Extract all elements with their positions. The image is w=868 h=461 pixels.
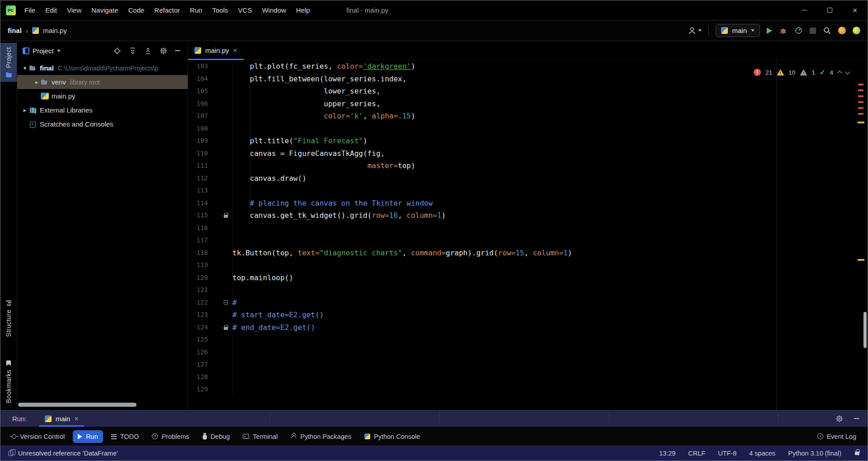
breadcrumb-file[interactable]: main.py	[43, 27, 67, 34]
line-number: 115	[188, 209, 208, 222]
project-panel-title[interactable]: Project	[33, 47, 54, 55]
warning-stripe-mark[interactable]	[858, 259, 864, 261]
chevron-right-icon[interactable]: ▸	[21, 107, 29, 113]
tree-item-main-py[interactable]: main.py	[17, 89, 188, 103]
menu-item-view[interactable]: View	[62, 0, 86, 20]
tree-item-external-libraries[interactable]: ▸External Libraries	[17, 103, 188, 117]
tree-item-final[interactable]: ▾finalC:\Users\dmadd\PycharmProjects\p	[17, 61, 188, 75]
toolwindow-python-console[interactable]: Python Console	[359, 430, 425, 443]
status-encoding[interactable]: UTF-8	[718, 450, 736, 457]
chevron-down-icon[interactable]	[57, 50, 61, 52]
tree-item-venv[interactable]: ▸venvlibrary root	[17, 75, 188, 89]
menu-item-help[interactable]: Help	[291, 0, 315, 20]
code-text: #	[232, 296, 237, 309]
passed-check-icon[interactable]	[820, 68, 826, 76]
gutter-cell	[208, 135, 232, 147]
menu-item-window[interactable]: Window	[257, 0, 291, 20]
error-stripe-mark[interactable]	[858, 101, 863, 103]
error-stripe-mark[interactable]	[858, 95, 863, 97]
settings-gear-icon[interactable]	[835, 415, 843, 423]
menu-item-refactor[interactable]: Refactor	[149, 0, 185, 20]
toolwindow-todo[interactable]: TODO	[106, 430, 144, 443]
error-stripe-mark[interactable]	[858, 89, 863, 91]
status-interpreter[interactable]: Python 3.10 (final)	[788, 450, 841, 457]
code-text: # start_date=E2.get()	[232, 309, 324, 321]
chevron-right-icon[interactable]: ▸	[33, 79, 41, 85]
warning-icon[interactable]	[777, 69, 784, 75]
stripe-structure-button[interactable]: Structure	[0, 296, 17, 341]
status-indent[interactable]: 4 spaces	[749, 450, 775, 457]
fold-icon[interactable]	[224, 300, 228, 305]
close-button[interactable]	[842, 0, 868, 20]
menu-item-run[interactable]: Run	[185, 0, 208, 20]
stripe-bookmarks-button[interactable]: Bookmarks	[0, 356, 17, 407]
splitter	[609, 413, 609, 424]
code-editor[interactable]: 103 plt.plot(fc_series, color='darkgreen…	[188, 60, 868, 410]
gutter-cell	[208, 73, 232, 85]
tree-item-scratches-and-consoles[interactable]: Scratches and Consoles	[17, 117, 188, 131]
previous-problem-icon[interactable]	[837, 71, 842, 75]
next-problem-icon[interactable]	[845, 69, 850, 74]
status-caret-position[interactable]: 13:29	[659, 450, 675, 457]
vertical-scrollbar[interactable]	[863, 312, 867, 348]
menu-item-code[interactable]: Code	[123, 0, 149, 20]
profiler-button[interactable]	[794, 26, 803, 35]
locate-file-button[interactable]	[113, 47, 121, 55]
run-button[interactable]	[767, 28, 772, 34]
gutter-cell	[208, 85, 232, 98]
line-number: 106	[188, 98, 208, 110]
library-icon	[29, 107, 37, 114]
error-icon[interactable]	[754, 69, 761, 76]
passed-count: 4	[830, 69, 833, 76]
stripe-project-button[interactable]: Project	[0, 43, 17, 82]
breadcrumb-project[interactable]: final	[8, 27, 22, 34]
debug-button[interactable]	[779, 26, 788, 35]
toolwindow-version-control[interactable]: Version Control	[7, 430, 70, 443]
lock-icon[interactable]	[224, 215, 228, 218]
hide-panel-button[interactable]	[175, 50, 180, 51]
project-tool-window: Project ▾finalC:\Users\dmadd\PycharmProj…	[17, 41, 188, 410]
close-tab-icon[interactable]	[74, 415, 78, 423]
toolwindow-run[interactable]: Run	[73, 430, 103, 443]
toolwindow-python-packages[interactable]: Python Packages	[286, 430, 356, 443]
toolwindow-terminal[interactable]: Terminal	[238, 430, 283, 443]
menu-item-navigate[interactable]: Navigate	[86, 0, 123, 20]
notification-orange-icon[interactable]	[838, 27, 846, 34]
menu-item-file[interactable]: File	[19, 0, 40, 20]
tool-window-bar-right: Event Log	[812, 430, 861, 443]
collapse-all-button[interactable]	[144, 47, 152, 55]
run-tab-main[interactable]: main	[39, 410, 84, 427]
maximize-button[interactable]	[817, 0, 842, 20]
user-icon	[688, 27, 696, 35]
run-configuration-select[interactable]: main	[716, 24, 760, 37]
error-stripe-mark[interactable]	[858, 84, 863, 85]
toolwindow-problems[interactable]: Problems	[147, 430, 194, 443]
menu-item-edit[interactable]: Edit	[40, 0, 62, 20]
horizontal-scrollbar[interactable]	[18, 403, 137, 407]
weak-warning-icon[interactable]	[800, 69, 807, 75]
error-stripe-mark[interactable]	[858, 113, 863, 115]
status-line-separator[interactable]: CRLF	[688, 450, 705, 457]
search-everywhere-button[interactable]	[823, 26, 831, 35]
menu-item-tools[interactable]: Tools	[208, 0, 233, 20]
error-stripe-mark[interactable]	[858, 107, 863, 109]
editor-tab-main-py[interactable]: main.py	[188, 41, 244, 60]
minimize-button[interactable]	[792, 0, 817, 20]
hide-panel-button[interactable]	[854, 418, 859, 419]
lock-icon[interactable]	[224, 327, 228, 330]
line-number: 117	[188, 234, 208, 247]
user-button[interactable]	[688, 27, 702, 35]
lock-icon[interactable]	[855, 452, 859, 455]
stripe-bookmarks-label: Bookmarks	[5, 370, 12, 403]
chevron-down-icon[interactable]: ▾	[21, 65, 29, 71]
warning-stripe-mark[interactable]	[858, 122, 864, 123]
stop-button[interactable]	[810, 28, 816, 34]
settings-gear-icon[interactable]	[160, 47, 167, 55]
toolwindow-debug[interactable]: Debug	[198, 430, 235, 443]
close-tab-icon[interactable]	[233, 47, 237, 54]
right-margin-guide	[776, 60, 777, 410]
menu-item-vcs[interactable]: VCS	[233, 0, 257, 20]
notification-green-icon[interactable]	[853, 27, 860, 34]
expand-all-button[interactable]	[129, 47, 137, 55]
toolwindow-event-log[interactable]: Event Log	[812, 430, 861, 443]
